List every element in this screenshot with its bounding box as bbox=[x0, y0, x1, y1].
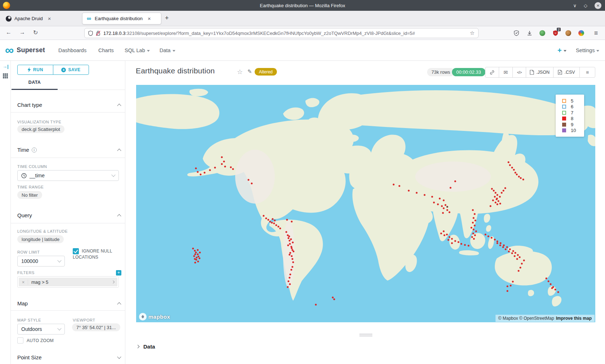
earthquake-dot bbox=[192, 248, 194, 250]
section-point-size[interactable]: Point Size bbox=[17, 354, 121, 360]
earthquake-dot bbox=[224, 166, 226, 168]
nav-data[interactable]: Data bbox=[160, 47, 175, 53]
section-time[interactable]: Timei bbox=[17, 147, 121, 153]
viewport-value[interactable]: 7° 35' 54.02" | 31... bbox=[72, 323, 120, 331]
save-button[interactable]: + SAVE bbox=[53, 65, 89, 75]
tab-close-icon[interactable]: × bbox=[48, 15, 51, 22]
nav-settings[interactable]: Settings bbox=[576, 47, 599, 53]
superset-logo[interactable]: ∞ Superset bbox=[5, 45, 45, 55]
export-csv-button[interactable]: .CSV bbox=[554, 67, 580, 77]
auto-zoom-checkbox-group[interactable]: AUTO ZOOM bbox=[17, 337, 54, 343]
earthquake-dot bbox=[512, 250, 514, 252]
map-attribution: © Mapbox © OpenStreetMap Improve this ma… bbox=[496, 315, 595, 322]
url-bar[interactable]: 172.18.0.3:32108/superset/explore/?form_… bbox=[84, 28, 479, 38]
email-button[interactable]: ✉ bbox=[499, 67, 513, 77]
earthquake-dot bbox=[291, 247, 293, 249]
earthquake-dot bbox=[288, 277, 290, 278]
data-panel-toggle[interactable]: Data bbox=[136, 343, 155, 350]
checkbox-checked-icon[interactable] bbox=[73, 248, 79, 254]
tab-earthquake-distribution[interactable]: ∞ Earthquake distribution × bbox=[82, 13, 161, 24]
druid-favicon bbox=[6, 16, 12, 22]
earthquake-dot bbox=[495, 201, 497, 203]
earthquake-dot bbox=[512, 281, 514, 283]
new-chart-button[interactable]: + bbox=[557, 46, 566, 55]
lonlat-value[interactable]: longitude | latitude bbox=[17, 235, 64, 243]
section-map[interactable]: Map bbox=[17, 300, 121, 306]
time-column-select[interactable]: __time bbox=[17, 170, 119, 181]
embed-code-button[interactable]: </> bbox=[513, 67, 526, 77]
earthquake-dot bbox=[472, 222, 474, 224]
earthquake-dot bbox=[490, 237, 492, 239]
expand-panel-icon[interactable]: →| bbox=[3, 64, 9, 69]
earthquake-dot bbox=[494, 196, 496, 197]
nav-charts[interactable]: Charts bbox=[98, 47, 114, 53]
earthquake-dot bbox=[448, 239, 449, 241]
more-options-button[interactable]: ≡ bbox=[580, 67, 595, 77]
row-limit-select[interactable]: 100000 bbox=[17, 256, 65, 267]
file-icon bbox=[558, 70, 562, 75]
nav-sql-lab[interactable]: SQL Lab bbox=[125, 47, 150, 53]
run-button[interactable]: RUN bbox=[17, 65, 53, 75]
edit-title-icon[interactable]: ✎ bbox=[247, 68, 252, 75]
chevron-down-icon bbox=[57, 326, 61, 330]
deckgl-map[interactable]: 5 6 7 8 9 10 mapbox © Mapbox © OpenStree… bbox=[136, 85, 595, 322]
row-count-badge: 73k rows bbox=[427, 68, 454, 76]
earthquake-dot bbox=[209, 169, 211, 171]
nav-dashboards[interactable]: Dashboards bbox=[58, 47, 86, 53]
earthquake-dot bbox=[497, 194, 498, 196]
ublock-addon-icon[interactable]: u 2 bbox=[551, 29, 559, 37]
mapbox-logo[interactable]: mapbox bbox=[139, 313, 170, 320]
section-query[interactable]: Query bbox=[17, 212, 121, 218]
panel-resize-handle[interactable] bbox=[359, 334, 372, 337]
menu-icon: ≡ bbox=[586, 69, 589, 75]
filter-chip[interactable]: × mag > 5 bbox=[19, 278, 117, 286]
chevron-right-icon[interactable] bbox=[109, 281, 117, 283]
legend-swatch bbox=[562, 128, 566, 132]
cookie-addon-icon[interactable] bbox=[564, 29, 572, 37]
checkbox-empty-icon[interactable] bbox=[17, 337, 23, 343]
window-maximize-icon[interactable]: ◇ bbox=[584, 3, 587, 8]
envelope-icon: ✉ bbox=[503, 69, 508, 75]
tab-close-icon[interactable]: × bbox=[148, 15, 151, 22]
chevron-down-icon bbox=[117, 355, 121, 359]
window-minimize-icon[interactable]: ∨ bbox=[573, 3, 577, 8]
new-tab-button[interactable]: + bbox=[165, 14, 169, 22]
privacy-addon-icon[interactable] bbox=[538, 29, 546, 37]
earthquake-dot bbox=[447, 206, 448, 208]
window-close-icon[interactable]: × bbox=[595, 2, 601, 9]
bookmark-star-icon[interactable]: ☆ bbox=[470, 30, 475, 36]
back-icon[interactable]: ← bbox=[6, 29, 12, 36]
earthquake-dot bbox=[333, 298, 335, 300]
earthquake-dot bbox=[508, 161, 510, 163]
tab-data[interactable]: DATA bbox=[12, 80, 58, 85]
dataset-grid-icon[interactable] bbox=[3, 73, 8, 80]
add-filter-button[interactable]: + bbox=[116, 270, 121, 276]
time-range-value[interactable]: No filter bbox=[17, 191, 42, 199]
colorful-addon-icon[interactable] bbox=[577, 29, 585, 37]
export-json-button[interactable]: .JSON bbox=[526, 67, 554, 77]
ignore-null-checkbox-group[interactable]: IGNORE NULL LOCATIONS bbox=[73, 248, 122, 260]
share-link-button[interactable] bbox=[485, 67, 499, 77]
firefox-menu-icon[interactable]: ≡ bbox=[592, 29, 600, 37]
section-chart-type[interactable]: Chart type bbox=[17, 102, 121, 108]
pocket-shield-icon[interactable] bbox=[512, 29, 520, 37]
tracking-shield-icon[interactable] bbox=[88, 31, 93, 36]
forward-icon[interactable]: → bbox=[19, 29, 25, 36]
earthquake-dot bbox=[272, 218, 273, 220]
improve-map-link[interactable]: Improve this map bbox=[556, 316, 592, 321]
superset-favicon: ∞ bbox=[86, 16, 92, 22]
control-panel: RUN + SAVE DATA Chart type VISUALIZATION… bbox=[11, 61, 125, 364]
superset-navbar: ∞ Superset Dashboards Charts SQL Lab Dat… bbox=[0, 40, 605, 61]
chevron-up-icon bbox=[117, 149, 121, 153]
attribution-text[interactable]: © Mapbox © OpenStreetMap bbox=[498, 316, 554, 321]
viz-type-value[interactable]: deck.gl Scatterplot bbox=[17, 125, 64, 133]
insecure-lock-icon[interactable] bbox=[96, 31, 100, 36]
download-icon[interactable] bbox=[525, 29, 533, 37]
map-style-select[interactable]: Outdoors bbox=[17, 324, 65, 335]
remove-filter-icon[interactable]: × bbox=[19, 279, 28, 285]
favorite-star-icon[interactable]: ☆ bbox=[237, 68, 243, 76]
earthquake-dot bbox=[551, 287, 553, 289]
reload-icon[interactable]: ↻ bbox=[33, 29, 38, 36]
earthquake-dot bbox=[221, 156, 223, 158]
tab-apache-druid[interactable]: Apache Druid × bbox=[2, 13, 79, 24]
